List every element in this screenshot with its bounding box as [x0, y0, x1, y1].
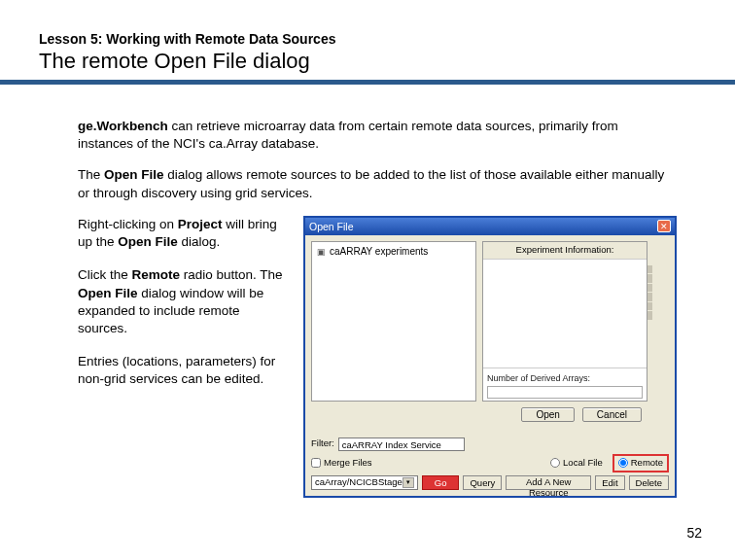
dialog-title: Open File	[309, 220, 354, 233]
derived-arrays-label: Number of Derived Arrays:	[487, 372, 643, 384]
brand-name: ge.Workbench	[78, 119, 168, 133]
experiment-info-header: Experiment Information:	[483, 242, 647, 260]
edit-button[interactable]: Edit	[595, 475, 624, 490]
slide-title: The remote Open File dialog	[39, 49, 696, 74]
lesson-label: Lesson 5: Working with Remote Data Sourc…	[39, 31, 696, 47]
folder-icon: ▣	[317, 246, 326, 258]
local-file-radio[interactable]: Local File	[550, 457, 603, 470]
close-icon[interactable]: ✕	[657, 220, 671, 232]
resource-dropdown[interactable]: caArray/NCICBStage ▾	[311, 475, 418, 490]
filter-label: Filter:	[311, 438, 334, 450]
merge-files-input[interactable]	[311, 458, 321, 468]
delete-button[interactable]: Delete	[629, 475, 669, 490]
remote-radio[interactable]: Remote	[612, 454, 669, 472]
scrollbar[interactable]	[648, 265, 652, 320]
derived-arrays-field[interactable]	[487, 386, 643, 399]
cancel-button[interactable]: Cancel	[582, 407, 642, 422]
go-button[interactable]: Go	[422, 475, 460, 490]
instruction-2: Click the Remote radio button. The Open …	[78, 266, 290, 337]
chevron-down-icon[interactable]: ▾	[402, 477, 414, 488]
experiments-tree-panel: ▣ caARRAY experiments	[311, 241, 476, 402]
dialog-titlebar: Open File ✕	[305, 218, 675, 235]
instruction-3: Entries (locations, parameters) for non-…	[78, 353, 290, 388]
open-button[interactable]: Open	[521, 407, 574, 422]
title-rule	[0, 80, 735, 85]
intro-paragraph-1: ge.Workbench can retrieve microarray dat…	[78, 118, 677, 153]
intro-paragraph-2: The Open File dialog allows remote sourc…	[78, 166, 677, 201]
experiment-info-panel: Experiment Information: Number of Derive…	[482, 241, 648, 402]
local-file-input[interactable]	[550, 458, 560, 468]
remote-input[interactable]	[618, 458, 628, 468]
add-resource-button[interactable]: Add A New Resource	[506, 475, 591, 490]
instruction-1: Right-clicking on Project will bring up …	[78, 216, 290, 251]
tree-item-caarray[interactable]: ▣ caARRAY experiments	[312, 242, 475, 262]
filter-field[interactable]: caARRAY Index Service	[338, 438, 465, 451]
query-button[interactable]: Query	[463, 475, 502, 490]
open-file-dialog: Open File ✕ ▣ caARRAY experiments	[303, 216, 677, 498]
page-number: 52	[686, 525, 702, 541]
filter-row: Filter: caARRAY Index Service	[311, 438, 669, 451]
merge-files-checkbox[interactable]: Merge Files	[311, 457, 372, 470]
